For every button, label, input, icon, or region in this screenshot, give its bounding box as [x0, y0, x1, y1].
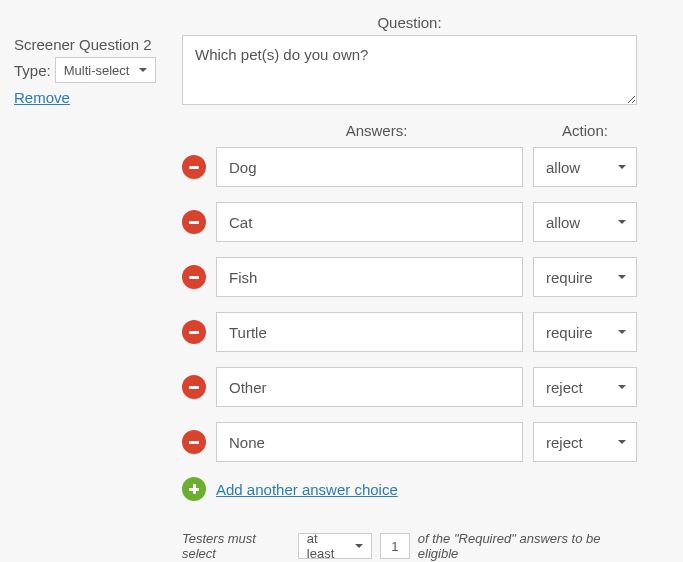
requirement-count-input[interactable] — [380, 533, 410, 559]
requirement-suffix: of the "Required" answers to be eligible — [418, 531, 637, 561]
answers-header-label: Answers: — [220, 122, 533, 139]
action-select[interactable]: require — [533, 257, 637, 297]
chevron-down-icon — [139, 68, 147, 72]
action-select-value: reject — [546, 434, 583, 451]
action-select-value: require — [546, 324, 593, 341]
action-select-value: allow — [546, 214, 580, 231]
add-answer-link[interactable]: Add another answer choice — [216, 481, 398, 498]
question-label: Question: — [182, 14, 637, 31]
minus-icon[interactable] — [182, 265, 206, 289]
answer-row: reject — [182, 422, 637, 462]
requirement-row: Testers must select at least of the "Req… — [182, 531, 637, 561]
answer-input[interactable] — [216, 257, 523, 297]
screener-title: Screener Question 2 — [14, 36, 182, 53]
minus-icon[interactable] — [182, 320, 206, 344]
action-select[interactable]: reject — [533, 367, 637, 407]
requirement-prefix: Testers must select — [182, 531, 290, 561]
requirement-mode-select[interactable]: at least — [298, 533, 372, 559]
chevron-down-icon — [618, 440, 626, 444]
minus-icon[interactable] — [182, 155, 206, 179]
answer-row: allow — [182, 147, 637, 187]
answer-row: require — [182, 257, 637, 297]
type-label: Type: — [14, 62, 51, 79]
action-select[interactable]: require — [533, 312, 637, 352]
chevron-down-icon — [618, 330, 626, 334]
chevron-down-icon — [618, 220, 626, 224]
chevron-down-icon — [618, 275, 626, 279]
answer-input[interactable] — [216, 422, 523, 462]
answer-input[interactable] — [216, 147, 523, 187]
requirement-mode-value: at least — [307, 531, 347, 561]
remove-link[interactable]: Remove — [14, 89, 70, 106]
chevron-down-icon — [618, 165, 626, 169]
action-select-value: reject — [546, 379, 583, 396]
action-select[interactable]: allow — [533, 202, 637, 242]
answer-row: reject — [182, 367, 637, 407]
plus-icon[interactable] — [182, 477, 206, 501]
answer-input[interactable] — [216, 202, 523, 242]
answers-list: allowallowrequirerequirerejectreject — [182, 147, 637, 462]
answer-row: require — [182, 312, 637, 352]
chevron-down-icon — [355, 544, 363, 548]
type-select[interactable]: Multi-select — [55, 57, 157, 83]
action-header-label: Action: — [533, 122, 637, 139]
chevron-down-icon — [618, 385, 626, 389]
question-input[interactable] — [182, 35, 637, 105]
type-select-value: Multi-select — [64, 63, 130, 78]
action-select[interactable]: reject — [533, 422, 637, 462]
action-select-value: allow — [546, 159, 580, 176]
action-select[interactable]: allow — [533, 147, 637, 187]
answer-row: allow — [182, 202, 637, 242]
minus-icon[interactable] — [182, 210, 206, 234]
minus-icon[interactable] — [182, 430, 206, 454]
answer-input[interactable] — [216, 367, 523, 407]
answer-input[interactable] — [216, 312, 523, 352]
action-select-value: require — [546, 269, 593, 286]
minus-icon[interactable] — [182, 375, 206, 399]
